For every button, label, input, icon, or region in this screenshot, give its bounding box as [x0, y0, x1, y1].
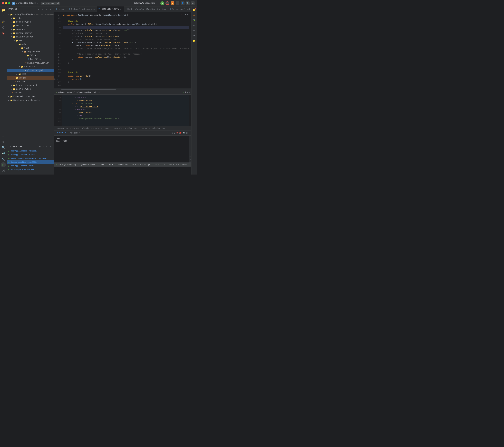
- console-sb-expand[interactable]: ↗: [189, 160, 191, 162]
- console-pin-btn[interactable]: 📌: [179, 132, 181, 134]
- service-item-user02[interactable]: ▶ UserApplication-02 :8102/: [7, 149, 54, 153]
- tab-gateway-app[interactable]: J GatewayApplication.java ▾: [168, 6, 191, 12]
- console-scrollbar[interactable]: ▲ ▼ ☰ ⊟ ↗: [189, 136, 191, 162]
- yaml-code-content[interactable]: predicates: - Path=/borrow/** - id: book…: [62, 95, 189, 126]
- sidebar-icon-list[interactable]: ☰: [1, 134, 6, 138]
- console-tab-console[interactable]: Console: [56, 131, 68, 135]
- console-restart-btn[interactable]: ↺: [172, 132, 173, 134]
- right-icon-bookmark[interactable]: ⭐: [192, 38, 196, 43]
- sidebar-icon-structure[interactable]: ⬡: [1, 25, 6, 30]
- more-button[interactable]: ⋯: [176, 1, 180, 5]
- breadcrumb-gateway[interactable]: gateway:: [91, 127, 100, 129]
- scroll-up-btn[interactable]: ▲: [185, 13, 186, 16]
- tree-item-target[interactable]: ▶ 📁 target: [7, 76, 54, 80]
- debug-button[interactable]: ⬛: [165, 1, 169, 5]
- service-item-hystrix-app[interactable]: ▶ HystrixDashBoardApplication :8900/: [7, 156, 54, 160]
- yaml-tab-close[interactable]: ✕: [98, 91, 100, 93]
- editor-scrollbar-h[interactable]: [54, 88, 191, 90]
- right-icon-notifications[interactable]: 🔔: [192, 8, 196, 12]
- code-content-mid[interactable]: //Do not pass down directly here, then r…: [62, 51, 189, 73]
- right-icon-maven[interactable]: m: [192, 13, 196, 17]
- yaml-file-tab[interactable]: ⚙ gateway-server/.../application.yml ✕ ✓…: [54, 90, 191, 95]
- console-more-btn[interactable]: ⋯: [189, 132, 190, 134]
- breadcrumb-spring[interactable]: spring:: [72, 127, 80, 129]
- tab-hystrix[interactable]: J HystrixDashBoardApplication.java: [124, 6, 168, 12]
- scrollbar-thumb-h[interactable]: [61, 89, 116, 90]
- panel-collapse-btn[interactable]: ⊟: [41, 7, 44, 11]
- breadcrumb-item12[interactable]: Item 1/2: [113, 127, 122, 129]
- tree-item-idea[interactable]: ▶ 📁 .idea: [7, 17, 54, 20]
- status-linecol[interactable]: 18:1: [154, 164, 159, 166]
- maximize-button[interactable]: [8, 2, 10, 4]
- sidebar-icon-learn[interactable]: 🎓: [1, 19, 6, 24]
- tree-item-eureka[interactable]: ▶ 📁 eureka-server: [7, 31, 54, 35]
- run-config[interactable]: GatewayApplication ▾: [132, 1, 159, 5]
- yaml-scroll-up-btn[interactable]: ▲: [187, 91, 188, 93]
- sidebar-icon-find[interactable]: 🔍: [1, 145, 6, 150]
- services-add-btn[interactable]: +: [49, 145, 53, 148]
- breadcrumb-cloud[interactable]: cloud:: [82, 127, 89, 129]
- sidebar-icon-git[interactable]: ⎇: [1, 168, 6, 173]
- search-button[interactable]: 🔍: [186, 1, 190, 5]
- tree-item-filter[interactable]: ▼ 📁 filter: [7, 54, 54, 57]
- sidebar-icon-commit[interactable]: ✓: [1, 14, 6, 19]
- tree-item-hystrix[interactable]: ▶ 📁 hystrix-dashboard: [7, 84, 54, 87]
- project-dropdown[interactable]: ▾: [37, 2, 38, 4]
- status-branch[interactable]: gateway-server: [81, 164, 96, 166]
- profile-button[interactable]: 🔥: [171, 1, 174, 5]
- services-filter-btn[interactable]: ⊟: [42, 145, 45, 148]
- tree-item-org-example[interactable]: ▼ 📦 org.example: [7, 50, 54, 54]
- tab-close-testfilter[interactable]: ✕: [120, 8, 122, 10]
- sidebar-icon-more[interactable]: ⋯: [1, 37, 6, 42]
- tree-item-pom-gateway[interactable]: m pom.xml: [7, 80, 54, 84]
- panel-close-btn[interactable]: ✕: [45, 7, 48, 11]
- tree-item-testfilter[interactable]: © TestFilter: [7, 57, 54, 61]
- sidebar-icon-deploy[interactable]: 🐳: [1, 151, 6, 156]
- sidebar-icon-project[interactable]: 📁: [1, 8, 6, 13]
- service-item-borrow-app[interactable]: ▶ BorrowApplication :8082/: [7, 168, 54, 172]
- tree-item-resources[interactable]: ▼ 📁 resources: [7, 65, 54, 69]
- run-button[interactable]: ▶: [161, 1, 164, 5]
- tree-item-book-service[interactable]: ▶ 📁 book-service: [7, 20, 54, 24]
- yaml-scroll-down-btn[interactable]: ▼: [189, 91, 190, 93]
- project-tree[interactable]: ▼ 📁 springCloudStudy ~/Desktop/CS/JavaEE…: [7, 12, 54, 144]
- panel-sync-btn[interactable]: ⊕: [37, 7, 40, 11]
- breadcrumb-routes[interactable]: routes:: [103, 127, 110, 129]
- console-sb-bottom[interactable]: ⊟: [189, 158, 191, 160]
- console-sb-list[interactable]: ☰: [189, 156, 191, 158]
- status-project[interactable]: springCloudStudy: [58, 164, 76, 166]
- console-tab-actuator[interactable]: Actuator: [68, 131, 81, 135]
- tab-book[interactable]: J BookApplication.java: [67, 6, 97, 12]
- console-screenshot-btn[interactable]: 📷: [182, 132, 185, 134]
- tab-testfilter[interactable]: © TestFilter.java ✕: [97, 6, 124, 12]
- panel-settings-btn[interactable]: ⚙: [49, 7, 53, 11]
- sidebar-icon-terminal[interactable]: ⊞: [1, 139, 6, 144]
- settings-button[interactable]: ⚙: [191, 1, 195, 5]
- breadcrumb-item11[interactable]: Item 1/1: [139, 127, 148, 129]
- tree-item-test[interactable]: ▶ 📁 test: [7, 72, 54, 76]
- console-sb-down[interactable]: ▼: [189, 154, 191, 156]
- sidebar-icon-bookmarks[interactable]: 🔖: [1, 31, 6, 36]
- breadcrumb-predicates[interactable]: predicates:: [125, 127, 137, 129]
- service-item-user01[interactable]: ▶ UserApplication-01 :8101/: [7, 153, 54, 156]
- right-icon-spring[interactable]: 🍃: [192, 18, 196, 22]
- tree-item-pom-root[interactable]: m pom.xml: [7, 91, 54, 95]
- console-stop-btn[interactable]: ■: [177, 132, 178, 134]
- console-sb-up[interactable]: ▲: [189, 136, 191, 138]
- code-content-bot[interactable]: public int getOrder() { return 0; }: [62, 73, 189, 88]
- scroll-down-btn[interactable]: ▼: [187, 13, 188, 16]
- console-scroll-btn[interactable]: ⊞: [186, 132, 188, 134]
- tree-item-root[interactable]: ▼ 📁 springCloudStudy ~/Desktop/CS/JavaEE…: [7, 13, 54, 17]
- tree-item-scratches[interactable]: ▶ 📁 Scratches and Consoles: [7, 99, 54, 102]
- tree-item-borrow-service[interactable]: ▶ 📁 borrow-service: [7, 24, 54, 28]
- services-group-btn[interactable]: ⬡: [46, 145, 49, 148]
- minimize-button[interactable]: [5, 2, 7, 4]
- tree-item-application-yml[interactable]: ⚙ application.yml: [7, 69, 54, 72]
- code-content-top[interactable]: ⚠ 1 ▲ ▼ public class TestFilter implemen…: [62, 12, 189, 51]
- right-icon-history[interactable]: ↺: [192, 28, 196, 33]
- tree-item-java[interactable]: ▼ 📁 java: [7, 46, 54, 50]
- tree-item-src[interactable]: ▼ 📁 src: [7, 39, 54, 43]
- status-encoding[interactable]: UTF-8: [169, 164, 174, 166]
- tab-filter[interactable]: J r.java: [54, 6, 67, 12]
- console-resume-btn[interactable]: ▶: [174, 132, 176, 134]
